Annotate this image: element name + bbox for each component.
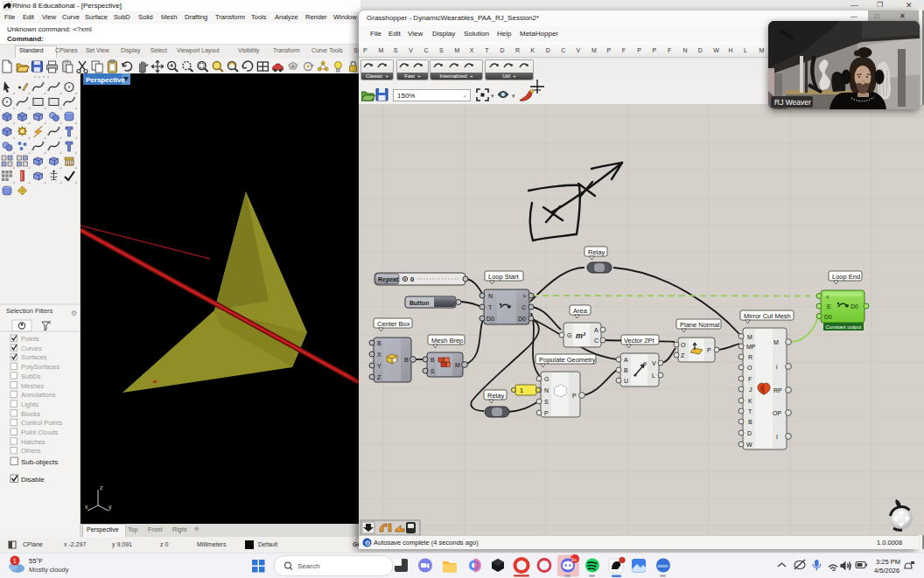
svg-text:RJ Weaver: RJ Weaver	[774, 98, 811, 107]
svg-text:Loop End: Loop End	[832, 273, 860, 281]
svg-text:Others: Others	[21, 447, 41, 455]
svg-text:D0: D0	[850, 303, 858, 310]
svg-text:Meshes: Meshes	[21, 382, 45, 390]
svg-text:B: B	[748, 419, 752, 425]
svg-text:D: D	[747, 430, 752, 436]
svg-text:Relay: Relay	[588, 248, 605, 256]
svg-text:O: O	[747, 365, 752, 371]
svg-text:Z: Z	[681, 352, 685, 359]
svg-text:z: z	[100, 484, 103, 491]
svg-text:Z: Z	[377, 374, 382, 380]
svg-text:J: J	[749, 386, 752, 393]
svg-text:B: B	[404, 357, 409, 363]
svg-text:Point Clouds: Point Clouds	[21, 428, 59, 436]
svg-text:Plane Normal: Plane Normal	[680, 321, 720, 329]
svg-text:S: S	[430, 368, 435, 374]
svg-text:3:25 PM: 3:25 PM	[876, 558, 900, 566]
svg-text:MP: MP	[746, 344, 756, 350]
svg-text:Annotations: Annotations	[21, 391, 56, 399]
svg-text:N: N	[544, 387, 549, 393]
svg-text:S: S	[544, 399, 549, 405]
svg-text:Blocks: Blocks	[21, 410, 40, 418]
svg-text:M: M	[774, 339, 779, 345]
svg-text:4/5/2026: 4/5/2026	[874, 567, 900, 575]
svg-text:B: B	[430, 357, 435, 363]
svg-text:Mirror Cut Mesh: Mirror Cut Mesh	[744, 312, 791, 320]
svg-text:OP: OP	[773, 410, 781, 416]
svg-text:Selection Filters: Selection Filters	[6, 307, 53, 315]
svg-text:Lights: Lights	[21, 400, 38, 408]
svg-text:▾: ▾	[491, 93, 494, 99]
svg-text:P: P	[572, 393, 577, 399]
svg-text:Perspective: Perspective	[86, 76, 125, 84]
svg-text:Populate Geometry: Populate Geometry	[539, 356, 596, 364]
svg-text:Hatches: Hatches	[21, 438, 46, 446]
svg-text:D0: D0	[486, 316, 494, 322]
svg-text:N: N	[488, 293, 493, 299]
svg-text:D0: D0	[824, 314, 832, 320]
svg-text:T: T	[488, 304, 493, 310]
svg-text:O: O	[681, 342, 686, 348]
svg-text:Surfaces: Surfaces	[21, 353, 47, 361]
svg-text:Points: Points	[21, 335, 39, 343]
svg-text:Relay: Relay	[487, 392, 504, 400]
svg-text:Disable: Disable	[21, 476, 45, 484]
svg-text:⚙: ⚙	[365, 540, 371, 547]
svg-text:D0: D0	[518, 316, 526, 322]
svg-text:Control Points: Control Points	[21, 419, 62, 427]
svg-text:m²: m²	[576, 331, 586, 340]
svg-text:y: y	[108, 504, 112, 511]
svg-text:1: 1	[13, 557, 17, 565]
svg-text:A: A	[594, 327, 598, 333]
svg-text:I: I	[776, 434, 778, 440]
svg-text:55°F: 55°F	[29, 557, 43, 565]
svg-text:X: X	[377, 352, 382, 358]
svg-text:Center Box: Center Box	[377, 320, 410, 328]
svg-text:Search: Search	[298, 562, 319, 570]
svg-text:B: B	[624, 367, 628, 373]
svg-text:⚙: ⚙	[71, 310, 77, 317]
svg-text:B: B	[377, 340, 382, 346]
svg-text:x: x	[85, 504, 88, 510]
svg-text:<: <	[826, 294, 830, 300]
svg-text:Area: Area	[573, 307, 588, 315]
svg-text:RP: RP	[774, 387, 782, 393]
svg-text:Curves: Curves	[21, 345, 42, 352]
svg-text:G: G	[567, 332, 571, 338]
svg-text:P: P	[707, 347, 711, 353]
svg-text:C: C	[594, 338, 598, 344]
svg-text:9+: 9+	[571, 557, 578, 562]
svg-text:Repeat: Repeat	[378, 276, 399, 283]
svg-text:Vector 2Pt: Vector 2Pt	[624, 337, 655, 345]
svg-text:P: P	[544, 410, 549, 416]
svg-text:W: W	[746, 442, 752, 448]
svg-text:zoom: zoom	[658, 563, 668, 568]
svg-text:Button: Button	[410, 300, 430, 306]
svg-text:Y: Y	[377, 363, 382, 369]
svg-text:M: M	[455, 362, 460, 368]
svg-text:PolySurfaces: PolySurfaces	[21, 363, 60, 371]
svg-text:Mostly cloudy: Mostly cloudy	[29, 566, 69, 574]
svg-text:K: K	[748, 398, 752, 404]
svg-text:Sub-objects: Sub-objects	[21, 458, 58, 466]
svg-text:Constant output: Constant output	[826, 324, 862, 330]
svg-text:V: V	[652, 360, 656, 366]
svg-text:Loop Start: Loop Start	[488, 273, 520, 281]
svg-text:E: E	[827, 303, 831, 310]
svg-text:C: C	[522, 304, 526, 310]
svg-text:L: L	[652, 373, 655, 379]
svg-text:Mesh Brep: Mesh Brep	[431, 337, 463, 345]
svg-text:A: A	[624, 357, 628, 363]
svg-text:0: 0	[410, 275, 414, 283]
svg-text:G: G	[544, 376, 549, 382]
svg-text:T: T	[748, 408, 752, 414]
svg-text:F: F	[748, 376, 752, 382]
svg-text:▾: ▾	[512, 93, 515, 99]
svg-text:R: R	[748, 354, 752, 360]
svg-text:U: U	[624, 378, 628, 384]
svg-text:1: 1	[520, 386, 523, 394]
svg-text:M: M	[747, 334, 752, 340]
svg-text:SubDs: SubDs	[21, 373, 41, 380]
svg-text:>: >	[522, 293, 526, 299]
